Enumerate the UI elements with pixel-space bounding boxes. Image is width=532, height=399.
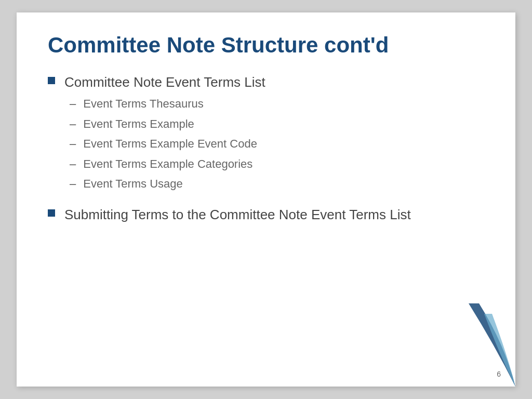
list-item: – Event Terms Example Categories xyxy=(64,157,265,172)
list-item: Submitting Terms to the Committee Note E… xyxy=(48,206,484,224)
dash-icon: – xyxy=(70,177,76,191)
sub-item-label: Event Terms Thesaurus xyxy=(83,97,204,112)
bullet-square-icon xyxy=(48,77,55,84)
dash-icon: – xyxy=(70,157,76,171)
dash-icon: – xyxy=(70,117,76,131)
slide: Committee Note Structure cont'd Committe… xyxy=(17,12,515,387)
sub-item-label: Event Terms Example Event Code xyxy=(83,137,257,152)
dash-icon: – xyxy=(70,137,76,151)
corner-decoration xyxy=(453,303,515,387)
bullet-item-label: Submitting Terms to the Committee Note E… xyxy=(64,206,411,224)
dash-icon: – xyxy=(70,97,76,111)
bullet-square-icon xyxy=(48,209,55,217)
list-item: – Event Terms Thesaurus xyxy=(64,97,265,112)
sub-list: – Event Terms Thesaurus – Event Terms Ex… xyxy=(64,97,265,192)
list-item: – Event Terms Example Event Code xyxy=(64,137,265,152)
bullet-item-content: Committee Note Event Terms List – Event … xyxy=(64,74,265,197)
list-item: – Event Terms Example xyxy=(64,117,265,132)
bullet-list: Committee Note Event Terms List – Event … xyxy=(48,74,484,224)
list-item: Committee Note Event Terms List – Event … xyxy=(48,74,484,197)
bullet-item-label: Committee Note Event Terms List xyxy=(64,74,265,90)
slide-title: Committee Note Structure cont'd xyxy=(48,33,484,57)
list-item: – Event Terms Usage xyxy=(64,177,265,192)
sub-item-label: Event Terms Usage xyxy=(83,177,183,192)
sub-item-label: Event Terms Example xyxy=(83,117,194,132)
sub-item-label: Event Terms Example Categories xyxy=(83,157,252,172)
